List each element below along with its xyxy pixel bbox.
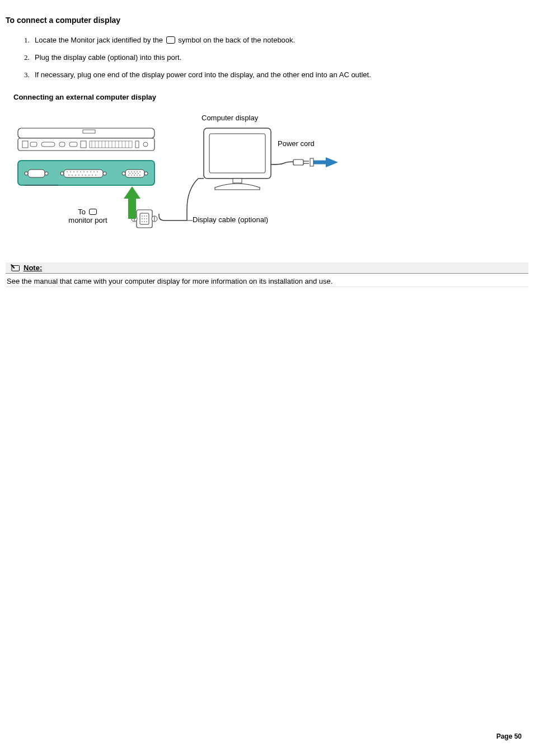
svg-point-44 [78, 175, 79, 176]
svg-point-78 [144, 216, 145, 217]
svg-rect-50 [125, 170, 144, 177]
svg-point-57 [139, 172, 140, 173]
svg-point-60 [135, 173, 136, 175]
step-1: Locate the Monitor jack identified by th… [31, 35, 528, 46]
svg-point-53 [128, 172, 129, 173]
svg-point-38 [90, 172, 91, 173]
svg-point-23 [143, 142, 148, 147]
svg-point-31 [67, 172, 68, 173]
svg-point-82 [146, 219, 147, 220]
svg-point-63 [131, 175, 132, 176]
step-1-text-pre: Locate the Monitor jack identified by th… [35, 36, 165, 44]
svg-rect-7 [69, 142, 77, 147]
note-header: Note: [6, 262, 528, 274]
step-3: If necessary, plug one end of the displa… [31, 69, 528, 81]
svg-point-48 [92, 175, 93, 176]
svg-rect-28 [64, 170, 103, 177]
svg-point-33 [73, 172, 74, 173]
svg-point-58 [129, 173, 130, 175]
svg-point-61 [138, 173, 139, 175]
label-to-monitor-line1: To [78, 208, 86, 216]
steps-list: Locate the Monitor jack identified by th… [31, 35, 528, 81]
step-1-text-post: symbol on the back of the notebook. [178, 36, 295, 44]
svg-rect-1 [83, 130, 95, 133]
svg-point-37 [87, 172, 88, 173]
svg-rect-25 [28, 170, 45, 177]
svg-point-83 [142, 222, 143, 223]
svg-point-65 [137, 175, 138, 176]
label-display-cable: Display cable (optional) [193, 215, 268, 224]
svg-point-80 [142, 219, 143, 220]
svg-rect-8 [81, 141, 86, 148]
svg-point-49 [95, 175, 96, 176]
svg-rect-91 [128, 196, 136, 219]
svg-point-42 [72, 175, 73, 176]
svg-point-51 [122, 172, 125, 175]
svg-rect-4 [30, 142, 37, 147]
svg-point-64 [134, 175, 135, 176]
diagram-title: Connecting an external computer display [13, 93, 528, 101]
step-2: Plug the display cable (optional) into t… [31, 52, 528, 64]
svg-point-26 [25, 172, 28, 175]
svg-point-35 [80, 172, 81, 173]
svg-point-59 [132, 173, 133, 175]
svg-rect-9 [90, 141, 132, 148]
svg-rect-3 [22, 141, 28, 148]
svg-rect-70 [233, 179, 242, 183]
svg-point-30 [103, 172, 106, 175]
svg-point-47 [88, 175, 90, 176]
note-label: Note: [24, 264, 42, 272]
connection-diagram: Computer display Power cord Display cabl… [13, 111, 360, 246]
note-label-text: Note [24, 264, 40, 272]
svg-point-36 [83, 172, 85, 173]
svg-point-81 [144, 219, 145, 220]
notebook-illustration [18, 128, 154, 185]
note-icon [10, 264, 20, 272]
svg-point-40 [97, 172, 98, 173]
monitor-illustration [204, 128, 271, 190]
svg-point-45 [82, 175, 83, 176]
page-number: Page 50 [496, 732, 522, 740]
svg-point-66 [139, 175, 140, 176]
svg-point-85 [146, 222, 147, 223]
svg-point-54 [131, 172, 132, 173]
svg-point-32 [70, 172, 71, 173]
label-computer-display: Computer display [202, 114, 258, 122]
svg-point-34 [77, 172, 78, 173]
svg-point-46 [85, 175, 86, 176]
svg-point-77 [142, 216, 143, 217]
svg-rect-74 [310, 158, 313, 166]
svg-point-55 [134, 172, 135, 173]
manual-page: To connect a computer display Locate the… [0, 0, 534, 756]
svg-point-27 [45, 172, 48, 175]
svg-point-41 [68, 175, 69, 176]
label-power-cord: Power cord [278, 139, 315, 148]
svg-point-43 [75, 175, 76, 176]
svg-rect-5 [41, 142, 55, 147]
svg-point-62 [128, 175, 129, 176]
svg-point-52 [144, 172, 148, 175]
note-colon: : [40, 264, 42, 272]
diagram-svg [13, 111, 360, 246]
svg-point-79 [146, 216, 147, 217]
page-title: To connect a computer display [6, 16, 528, 25]
svg-rect-6 [59, 142, 65, 147]
note-body: See the manual that came with your compu… [6, 276, 528, 287]
svg-point-39 [93, 172, 95, 173]
power-cord-illustration [271, 157, 338, 167]
svg-point-29 [60, 172, 64, 175]
svg-rect-22 [135, 141, 139, 148]
svg-rect-71 [293, 159, 303, 165]
svg-rect-69 [209, 134, 265, 173]
label-to-monitor-line2: monitor port [68, 216, 107, 224]
svg-point-84 [144, 222, 145, 223]
monitor-symbol-icon-small [89, 209, 97, 215]
svg-point-56 [137, 172, 138, 173]
monitor-symbol-icon [166, 36, 175, 44]
